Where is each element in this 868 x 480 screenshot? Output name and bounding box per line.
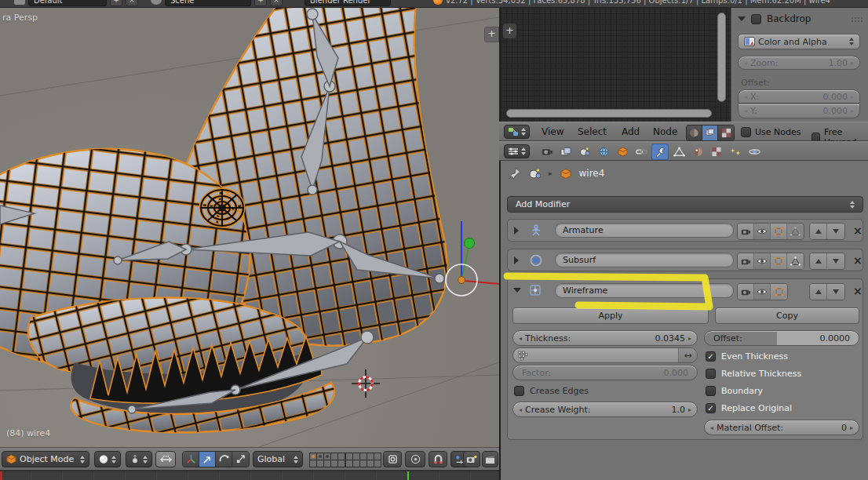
crease-weight-field[interactable]: ◂ Crease Weight: 1.0 ▸ xyxy=(512,402,698,417)
increase-icon[interactable]: ▸ xyxy=(850,424,853,431)
increase-icon[interactable]: ▸ xyxy=(688,406,691,413)
decrease-icon[interactable]: ◂ xyxy=(710,424,713,431)
manipulator-scale-button[interactable] xyxy=(232,452,249,467)
node-editor[interactable]: + ✓ Backdrop Color and Alpha ◂ Zoom: 1.0… xyxy=(499,8,868,122)
scene-selector[interactable]: Scene xyxy=(165,0,251,6)
manipulator-center[interactable] xyxy=(458,277,465,284)
move-down-button[interactable] xyxy=(827,284,844,300)
increase-icon[interactable]: ▸ xyxy=(851,107,854,115)
use-nodes-checkbox[interactable]: ✓ xyxy=(741,127,751,137)
decrease-icon[interactable]: ◂ xyxy=(519,406,522,413)
apply-button[interactable]: Apply xyxy=(512,307,709,324)
increase-icon[interactable]: ▸ xyxy=(688,335,691,342)
decrease-icon[interactable]: ◂ xyxy=(744,60,747,67)
layers-grid-2[interactable] xyxy=(345,453,381,467)
manipulator-rotate-button[interactable] xyxy=(216,452,232,467)
armature-name-field[interactable]: Armature xyxy=(555,223,734,238)
compositing-nodes-toggle[interactable] xyxy=(702,125,718,140)
panel-drag-handle[interactable] xyxy=(851,16,863,22)
menu-node[interactable]: Node xyxy=(653,126,677,137)
node-editor-panel-expand-button[interactable]: + xyxy=(503,24,516,38)
tab-constraints[interactable] xyxy=(633,144,650,160)
viewport-3d[interactable]: ra Persp (84) wire4 + xyxy=(0,8,499,447)
tab-render[interactable] xyxy=(538,144,556,160)
object-breadcrumb-cube-icon[interactable] xyxy=(560,168,572,180)
boundary-checkbox[interactable]: ✓ xyxy=(706,386,716,396)
backdrop-channel-selector[interactable]: Color and Alpha xyxy=(738,34,860,49)
tab-modifiers[interactable] xyxy=(651,144,669,160)
backdrop-checkbox[interactable]: ✓ xyxy=(751,14,761,24)
tab-world[interactable] xyxy=(595,144,612,160)
material-offset-field[interactable]: ◂ Material Offset: 0 ▸ xyxy=(704,420,859,435)
armature-expand-icon[interactable] xyxy=(514,227,519,235)
cage-edit-button[interactable] xyxy=(787,224,804,239)
viewport-visibility-button[interactable] xyxy=(754,284,771,300)
node-editor-vscrollbar[interactable] xyxy=(717,13,726,102)
edit-mode-visibility-button[interactable] xyxy=(771,284,787,300)
factor-field-disabled[interactable]: Factor: 0.000 xyxy=(512,365,698,380)
layers-grid-1[interactable] xyxy=(309,453,345,467)
backdrop-offset-x-field[interactable]: ◂ X: 0.000 ▸ xyxy=(738,89,860,104)
opengl-render-animation-button[interactable] xyxy=(482,451,498,467)
move-up-button[interactable] xyxy=(810,253,827,269)
move-down-button[interactable] xyxy=(827,224,844,239)
snap-toggle-button[interactable] xyxy=(429,451,447,467)
scene-breadcrumb-icon[interactable] xyxy=(528,168,542,180)
viewport-visibility-button[interactable] xyxy=(754,253,771,269)
delete-armature-modifier-button[interactable]: × xyxy=(853,225,863,236)
move-up-button[interactable] xyxy=(810,224,827,239)
pivot-point-selector[interactable] xyxy=(126,451,152,467)
manipulator-y-handle[interactable] xyxy=(465,238,475,249)
decrease-icon[interactable]: ◂ xyxy=(519,335,522,342)
subsurf-expand-icon[interactable] xyxy=(514,256,519,264)
replace-original-checkbox[interactable]: ✓ xyxy=(706,403,716,413)
manipulator-translate-button[interactable] xyxy=(199,452,216,467)
menu-select[interactable]: Select xyxy=(578,126,607,137)
manipulator-toggle-button[interactable] xyxy=(155,451,176,467)
tab-render-layers[interactable] xyxy=(557,144,574,160)
viewport-panel-expand-button[interactable]: + xyxy=(484,27,499,42)
menu-add[interactable]: Add xyxy=(622,126,640,137)
timeline-playhead[interactable] xyxy=(407,471,409,480)
viewport-visibility-button[interactable] xyxy=(754,224,771,239)
cage-edit-button[interactable] xyxy=(787,253,804,269)
editor-type-selector-node[interactable] xyxy=(504,125,530,139)
wireframe-name-field[interactable]: Wireframe xyxy=(555,283,734,298)
render-engine-selector[interactable]: Blender Render xyxy=(305,0,391,6)
manipulator-axes-icon[interactable] xyxy=(183,452,199,467)
texture-nodes-toggle[interactable] xyxy=(718,125,734,140)
viewport-shading-selector[interactable] xyxy=(94,451,121,467)
pin-icon[interactable] xyxy=(509,167,521,180)
tab-scene[interactable] xyxy=(576,144,593,160)
add-scene-button[interactable]: + xyxy=(254,0,267,6)
tab-physics[interactable] xyxy=(746,144,763,160)
invert-vertex-group-button[interactable]: ↔ xyxy=(678,348,697,362)
delete-subsurf-modifier-button[interactable]: × xyxy=(853,255,863,266)
decrease-icon[interactable]: ◂ xyxy=(744,93,747,100)
add-modifier-button[interactable]: Add Modifier xyxy=(507,196,863,213)
timeline-strip[interactable] xyxy=(0,471,499,480)
tab-object-data[interactable] xyxy=(670,144,687,160)
backdrop-zoom-field[interactable]: ◂ Zoom: 1.00 ▸ xyxy=(738,56,860,70)
menu-view[interactable]: View xyxy=(542,126,563,137)
delete-scene-button[interactable]: × xyxy=(270,0,283,6)
tab-particles[interactable] xyxy=(727,144,744,160)
backdrop-collapse-icon[interactable] xyxy=(738,16,746,21)
shader-nodes-toggle[interactable] xyxy=(687,125,702,140)
increase-icon[interactable]: ▸ xyxy=(851,60,854,67)
delete-layout-button[interactable]: × xyxy=(126,0,138,6)
wireframe-collapse-icon[interactable] xyxy=(513,288,521,293)
mode-selector[interactable]: Object Mode xyxy=(2,451,89,467)
delete-wireframe-modifier-button[interactable]: × xyxy=(853,285,863,296)
vertex-group-field[interactable]: ↔ xyxy=(512,347,698,363)
add-layout-button[interactable]: + xyxy=(110,0,122,6)
tab-object[interactable] xyxy=(614,144,631,160)
subsurf-name-field[interactable]: Subsurf xyxy=(555,253,734,267)
render-visibility-button[interactable] xyxy=(738,284,754,300)
edit-mode-visibility-button[interactable] xyxy=(771,224,787,239)
proportional-edit-button[interactable] xyxy=(405,451,425,467)
increase-icon[interactable]: ▸ xyxy=(851,93,854,100)
decrease-icon[interactable]: ◂ xyxy=(744,107,747,115)
screen-layout-selector[interactable]: Default xyxy=(28,0,107,6)
move-down-button[interactable] xyxy=(827,253,844,269)
